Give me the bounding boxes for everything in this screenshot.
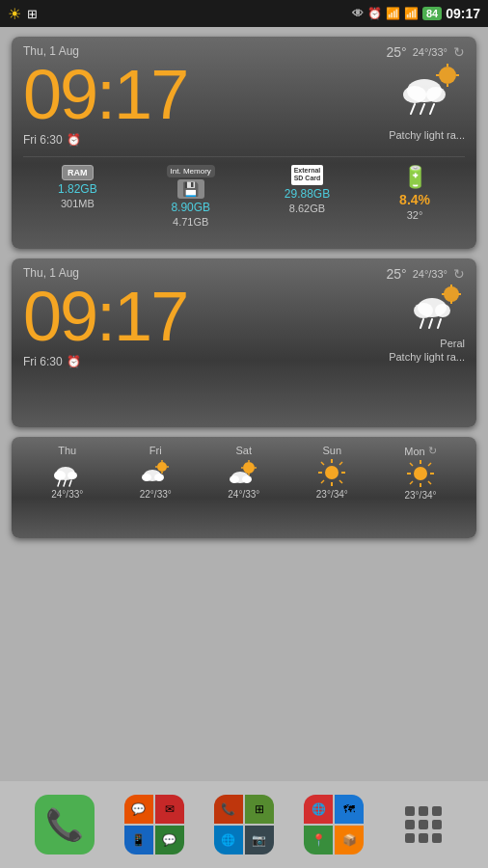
widget-clock-weather: Thu, 1 Aug 09:17 Fri 6:30 ⏰ 25° 24°/33° … bbox=[12, 258, 476, 427]
int-memory-icon: Int. Memory 💾 bbox=[167, 165, 215, 199]
svg-line-26 bbox=[64, 480, 66, 486]
msg-sub3[interactable]: 📱 bbox=[124, 826, 153, 854]
dot-1 bbox=[405, 806, 415, 816]
ram-row: RAM 1.82GB 301MB Int. Memory 💾 8.90GB 4.… bbox=[23, 156, 465, 228]
dot-8 bbox=[419, 833, 428, 843]
call-sub4[interactable]: 📷 bbox=[245, 826, 274, 854]
battery-pct: 8.4% bbox=[399, 192, 430, 207]
svg-point-34 bbox=[142, 474, 151, 481]
clock-time-1: 09:17 bbox=[23, 60, 339, 129]
int-memory-item: Int. Memory 💾 8.90GB 4.71GB bbox=[167, 165, 215, 228]
svg-point-11 bbox=[444, 286, 459, 302]
forecast-mon-range: 23°/34° bbox=[404, 490, 436, 501]
call-sub2[interactable]: ⊞ bbox=[245, 795, 274, 824]
messaging-app[interactable]: 💬 ✉ 📱 💬 bbox=[124, 795, 184, 854]
battery-status: 84 bbox=[422, 7, 442, 20]
weather-main-temp-2: 25° bbox=[387, 266, 407, 282]
forecast-sat: Sat 24°/33° bbox=[228, 445, 259, 500]
forecast-mon-label: Mon ↻ bbox=[404, 445, 436, 457]
svg-point-7 bbox=[426, 87, 446, 102]
msg-sub1[interactable]: 💬 bbox=[124, 795, 153, 824]
svg-point-17 bbox=[414, 303, 433, 318]
dot-9 bbox=[432, 833, 442, 843]
call-sub3[interactable]: 🌐 bbox=[214, 826, 243, 854]
dot-5 bbox=[419, 820, 428, 829]
forecast-sat-label: Sat bbox=[236, 445, 253, 456]
svg-point-18 bbox=[435, 304, 450, 317]
svg-line-10 bbox=[430, 104, 434, 114]
refresh-icon-2[interactable]: ↻ bbox=[453, 266, 465, 282]
svg-line-25 bbox=[58, 480, 60, 486]
svg-point-43 bbox=[242, 475, 252, 483]
forecast-row: Thu 24°/33° Fri bbox=[23, 445, 465, 530]
svg-point-28 bbox=[157, 462, 167, 472]
forecast-fri-icon bbox=[141, 458, 170, 487]
forecast-mon-icon bbox=[406, 459, 435, 488]
msg-sub4[interactable]: 💬 bbox=[155, 826, 184, 854]
phone-app[interactable]: 📞 bbox=[35, 795, 95, 854]
ram-sub: 301MB bbox=[61, 198, 95, 209]
browser-sub2[interactable]: 🗺 bbox=[335, 795, 364, 824]
browser-sub3[interactable]: 📍 bbox=[304, 826, 333, 854]
alarm-text-1: Fri 6:30 bbox=[23, 133, 63, 147]
call-app[interactable]: 📞 ⊞ 🌐 📷 bbox=[214, 795, 274, 854]
svg-line-27 bbox=[69, 480, 71, 486]
alarm-status-icon: ⏰ bbox=[367, 7, 382, 20]
svg-line-58 bbox=[410, 463, 413, 466]
dot-4 bbox=[405, 820, 415, 829]
battery-item: 🔋 8.4% 32° bbox=[399, 165, 430, 221]
browser-sub4[interactable]: 📦 bbox=[335, 826, 364, 854]
svg-point-35 bbox=[154, 474, 164, 481]
browser-app[interactable]: 🌐 🗺 📍 📦 bbox=[304, 795, 364, 854]
forecast-fri: Fri 22°/33° bbox=[140, 445, 172, 500]
svg-point-42 bbox=[230, 475, 239, 483]
dot-6 bbox=[432, 820, 442, 829]
call-sub1[interactable]: 📞 bbox=[214, 795, 243, 824]
battery-icon: 🔋 bbox=[402, 165, 428, 190]
svg-point-0 bbox=[439, 67, 456, 84]
alarm-row-1: Fri 6:30 ⏰ bbox=[23, 133, 339, 147]
widget-clock-ram: Thu, 1 Aug 09:17 Fri 6:30 ⏰ 25° 24°/33° … bbox=[12, 37, 476, 249]
ram-badge: RAM bbox=[62, 165, 94, 180]
svg-line-8 bbox=[411, 104, 415, 114]
svg-line-21 bbox=[438, 319, 441, 328]
svg-point-36 bbox=[243, 462, 255, 474]
sd-card-item: ExternalSD Card 29.88GB 8.62GB bbox=[285, 165, 330, 214]
weather-range-1: 24°/33° bbox=[413, 46, 447, 58]
forecast-sun-icon bbox=[317, 458, 346, 487]
weather-icon-2 bbox=[411, 282, 465, 336]
msg-sub2[interactable]: ✉ bbox=[155, 795, 184, 824]
svg-line-52 bbox=[321, 480, 324, 483]
status-bar: ☀ ⊞ 👁 ⏰ 📶 📶 84 09:17 bbox=[0, 0, 488, 27]
ram-item: RAM 1.82GB 301MB bbox=[58, 165, 97, 209]
forecast-thu: Thu 24°/33° bbox=[51, 445, 83, 500]
battery-temp: 32° bbox=[407, 209, 423, 221]
forecast-thu-label: Thu bbox=[58, 445, 76, 456]
clock-time-2: 09:17 bbox=[23, 282, 339, 351]
svg-line-61 bbox=[410, 481, 413, 484]
eye-icon: 👁 bbox=[352, 7, 364, 20]
app-drawer[interactable] bbox=[393, 795, 453, 854]
weather-main-temp-1: 25° bbox=[387, 44, 407, 60]
svg-line-19 bbox=[420, 319, 423, 328]
dock: 📞 💬 ✉ 📱 💬 📞 ⊞ 🌐 📷 🌐 bbox=[0, 781, 488, 868]
phone-icon: 📞 bbox=[45, 806, 84, 843]
refresh-icon-1[interactable]: ↻ bbox=[453, 44, 465, 60]
browser-sub1[interactable]: 🌐 bbox=[304, 795, 333, 824]
forecast-refresh-icon[interactable]: ↻ bbox=[428, 445, 437, 457]
weather-icon-1 bbox=[397, 60, 465, 127]
status-right: 👁 ⏰ 📶 📶 84 09:17 bbox=[352, 6, 480, 21]
int-memory-value: 8.90GB bbox=[171, 201, 210, 214]
svg-line-49 bbox=[321, 462, 324, 465]
weather-section-1[interactable]: 25° 24°/33° ↻ Patchy lig bbox=[339, 44, 465, 141]
alarm-text-2: Fri 6:30 bbox=[23, 355, 63, 368]
weather-desc-2: Patchy light ra... bbox=[389, 351, 465, 363]
forecast-sat-range: 24°/33° bbox=[228, 489, 259, 500]
alarm-icon-2: ⏰ bbox=[67, 355, 81, 368]
drawer-dots bbox=[405, 806, 442, 843]
svg-line-60 bbox=[428, 463, 431, 466]
alarm-row-2: Fri 6:30 ⏰ bbox=[23, 355, 339, 368]
weather-section-2[interactable]: 25° 24°/33° ↻ Peral Patchy light ra... bbox=[339, 266, 465, 363]
forecast-fri-range: 22°/33° bbox=[140, 489, 172, 500]
int-memory-sub: 4.71GB bbox=[173, 216, 208, 228]
